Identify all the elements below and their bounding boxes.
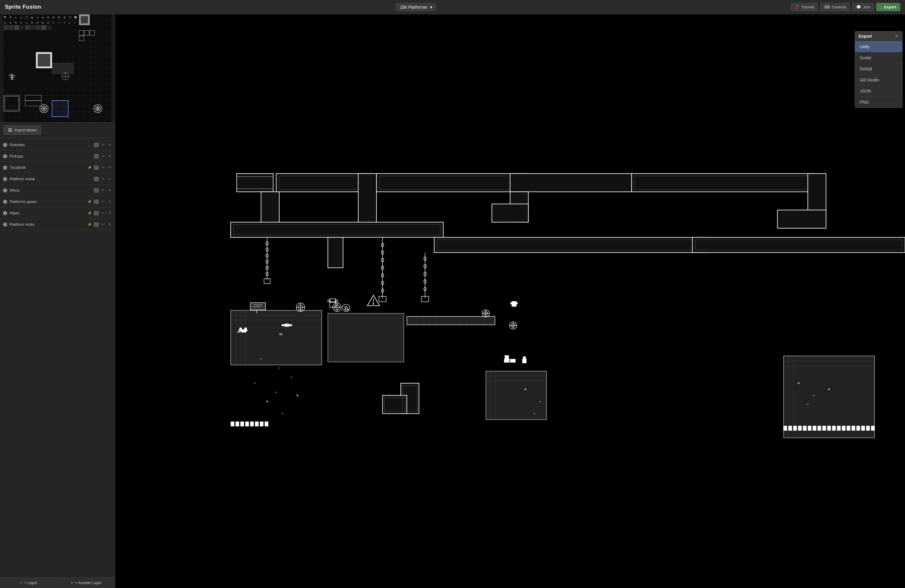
layer-edit-icon[interactable]: ✏ bbox=[100, 176, 105, 181]
layer-delete-icon[interactable]: ✕ bbox=[107, 176, 112, 181]
lightning-icon[interactable]: ⚡ bbox=[87, 222, 92, 227]
layer-edit-icon[interactable]: ✏ bbox=[100, 188, 105, 193]
layer-delete-icon[interactable]: ✕ bbox=[107, 188, 112, 193]
svg-rect-268 bbox=[383, 396, 407, 414]
layer-delete-icon[interactable]: ✕ bbox=[107, 211, 112, 216]
layer-visibility-toggle[interactable] bbox=[3, 188, 7, 192]
svg-rect-72 bbox=[20, 25, 25, 30]
svg-rect-126 bbox=[231, 222, 443, 237]
main-layout: ♥ ♦ ★ ○ □ ▲ ✦ ✚ ⊕ ⊗ ⊞ ◈ ⬡ ⬟ bbox=[0, 14, 905, 588]
project-selector[interactable]: 1Bit Platformer ▾ bbox=[396, 3, 436, 11]
svg-text:○: ○ bbox=[21, 16, 22, 19]
svg-text:⊥: ⊥ bbox=[69, 21, 71, 24]
layer-edit-icon[interactable]: ✏ bbox=[100, 211, 105, 216]
svg-rect-71 bbox=[14, 25, 19, 30]
svg-rect-80 bbox=[52, 63, 74, 74]
layer-delete-icon[interactable]: ✕ bbox=[107, 143, 112, 147]
layer-edit-icon[interactable]: ✏ bbox=[100, 154, 105, 159]
add-layer-button[interactable]: + + Layer bbox=[0, 577, 58, 588]
svg-point-207 bbox=[266, 400, 268, 402]
layer-item[interactable]: Platforms grass⚡✏✕ bbox=[0, 196, 115, 208]
layer-item[interactable]: Platform rocks⚡✏✕ bbox=[0, 219, 115, 230]
svg-text:✚: ✚ bbox=[42, 16, 44, 19]
svg-text:⊞: ⊞ bbox=[58, 16, 60, 19]
export-option-defold[interactable]: Defold bbox=[855, 64, 902, 75]
svg-rect-204 bbox=[871, 426, 875, 431]
layer-visibility-toggle[interactable] bbox=[3, 200, 7, 204]
join-button[interactable]: 💬 Join bbox=[852, 3, 874, 11]
controls-button[interactable]: ⌨ Controls bbox=[820, 3, 850, 11]
export-close-button[interactable]: × bbox=[895, 34, 899, 39]
svg-rect-140 bbox=[328, 313, 404, 362]
svg-point-211 bbox=[260, 358, 262, 359]
svg-text:⊣: ⊣ bbox=[58, 21, 60, 24]
svg-rect-133 bbox=[231, 310, 322, 365]
export-option-png[interactable]: PNG bbox=[855, 97, 902, 108]
svg-rect-285 bbox=[505, 355, 509, 359]
layer-item[interactable]: Pipes⚡✏✕ bbox=[0, 208, 115, 219]
svg-rect-186 bbox=[783, 426, 787, 431]
layer-visibility-toggle[interactable] bbox=[3, 154, 7, 158]
svg-rect-282 bbox=[511, 302, 512, 304]
svg-text:✦: ✦ bbox=[37, 16, 38, 19]
layer-edit-icon[interactable]: ✏ bbox=[100, 199, 105, 204]
svg-rect-178 bbox=[231, 421, 234, 426]
lightning-icon[interactable]: ⚡ bbox=[87, 199, 92, 204]
svg-point-226 bbox=[373, 304, 374, 305]
layer-thumbnail bbox=[94, 165, 99, 170]
svg-text:♥: ♥ bbox=[4, 16, 6, 19]
tileset-area[interactable]: ♥ ♦ ★ ○ □ ▲ ✦ ✚ ⊕ ⊗ ⊞ ◈ ⬡ ⬟ bbox=[0, 14, 115, 122]
lightning-icon[interactable]: ⚡ bbox=[87, 211, 92, 216]
svg-text:⊗: ⊗ bbox=[53, 16, 54, 19]
layer-name: Miscs bbox=[10, 188, 92, 192]
export-option-json[interactable]: JSON bbox=[855, 86, 902, 97]
layer-delete-icon[interactable]: ✕ bbox=[107, 165, 112, 170]
layer-delete-icon[interactable]: ✕ bbox=[107, 154, 112, 159]
layer-actions: ✏✕ bbox=[94, 176, 112, 181]
add-autotile-layer-button[interactable]: + + Autotile Layer bbox=[58, 577, 115, 588]
tileset-content: ♥ ♦ ★ ○ □ ▲ ✦ ✚ ⊕ ⊗ ⊞ ◈ ⬡ ⬟ bbox=[0, 14, 115, 122]
export-button[interactable]: ↓ Export bbox=[876, 3, 900, 11]
export-option-godot[interactable]: Godot bbox=[855, 52, 902, 64]
svg-text:⊡: ⊡ bbox=[47, 21, 49, 24]
svg-rect-196 bbox=[832, 426, 835, 431]
discord-icon: 💬 bbox=[856, 5, 861, 9]
layer-actions: ✏✕ bbox=[94, 188, 112, 193]
layer-bottom-buttons: + + Layer + + Autotile Layer bbox=[0, 577, 115, 588]
layer-edit-icon[interactable]: ✏ bbox=[100, 143, 105, 147]
layer-visibility-toggle[interactable] bbox=[3, 211, 7, 215]
export-option-gb-studio[interactable]: GB Studio bbox=[855, 75, 902, 86]
canvas-area[interactable]: Export × UnityGodotDefoldGB StudioJSONPN… bbox=[115, 14, 905, 588]
layer-delete-icon[interactable]: ✕ bbox=[107, 222, 112, 227]
svg-rect-281 bbox=[512, 301, 516, 307]
svg-rect-188 bbox=[793, 426, 797, 431]
layer-item[interactable]: Enemies✏✕ bbox=[0, 139, 115, 151]
map-canvas[interactable] bbox=[115, 14, 905, 588]
import-tileset-button[interactable]: 🖼 Import tileset bbox=[3, 126, 41, 135]
layer-visibility-toggle[interactable] bbox=[3, 165, 7, 170]
layer-name: Platform rocks bbox=[10, 222, 85, 227]
svg-rect-128 bbox=[328, 237, 343, 268]
app-logo: Sprite Fusion bbox=[5, 4, 41, 10]
layer-visibility-toggle[interactable] bbox=[3, 143, 7, 147]
svg-point-209 bbox=[282, 413, 283, 414]
export-option-unity[interactable]: Unity bbox=[855, 41, 902, 52]
layer-name: Treadmill bbox=[10, 165, 85, 170]
lightning-icon[interactable]: ⚡ bbox=[87, 165, 92, 170]
layer-visibility-toggle[interactable] bbox=[3, 222, 7, 227]
layer-item[interactable]: Treadmill⚡✏✕ bbox=[0, 162, 115, 173]
layer-item[interactable]: Miscs✏✕ bbox=[0, 185, 115, 196]
svg-point-215 bbox=[534, 413, 535, 414]
tutorial-button[interactable]: ❓ Tutorial bbox=[791, 3, 818, 11]
svg-rect-70 bbox=[9, 25, 14, 30]
layer-item[interactable]: Pickups✏✕ bbox=[0, 151, 115, 162]
layer-edit-icon[interactable]: ✏ bbox=[100, 222, 105, 227]
svg-rect-76 bbox=[41, 25, 46, 30]
import-btn-area: 🖼 Import tileset bbox=[0, 122, 115, 138]
layer-delete-icon[interactable]: ✕ bbox=[107, 199, 112, 204]
svg-rect-279 bbox=[237, 331, 240, 333]
layer-edit-icon[interactable]: ✏ bbox=[100, 165, 105, 170]
layer-item[interactable]: Platform metal✏✕ bbox=[0, 173, 115, 185]
layer-visibility-toggle[interactable] bbox=[3, 177, 7, 181]
svg-rect-180 bbox=[240, 421, 244, 426]
